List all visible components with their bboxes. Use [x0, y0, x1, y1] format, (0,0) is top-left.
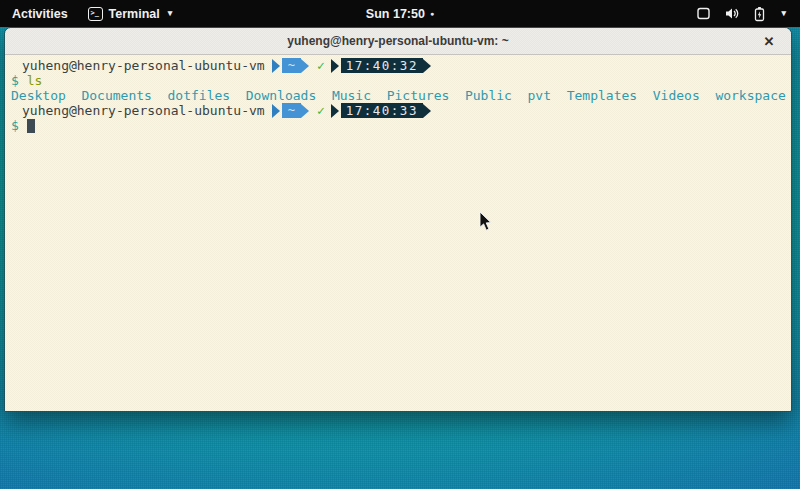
prompt-path-badge: ~ — [272, 103, 309, 118]
gnome-top-bar: Activities >_ Terminal ▾ Sun 17:50 ● ▾ — [0, 0, 800, 27]
prompt-user-host: yuheng@henry-personal-ubuntu-vm — [22, 103, 265, 118]
system-status-area[interactable]: ▾ — [690, 0, 792, 27]
directory-entry: Documents — [81, 88, 151, 103]
prompt-line-1: yuheng@henry-personal-ubuntu-vm ~ ✓ 17:4… — [7, 58, 789, 73]
close-icon[interactable]: ✕ — [757, 28, 781, 55]
prompt-path-label: ~ — [282, 103, 301, 118]
powerline-arrow-icon — [423, 104, 431, 118]
input-line[interactable]: $ — [7, 118, 789, 133]
directory-entry: workspace — [715, 88, 785, 103]
powerline-arrow-icon — [331, 59, 339, 73]
prompt-symbol: $ — [11, 118, 19, 133]
desktop: Activities >_ Terminal ▾ Sun 17:50 ● ▾ — [0, 0, 800, 489]
directory-entry: Desktop — [11, 88, 66, 103]
prompt-symbol: $ — [11, 73, 19, 88]
powerline-arrow-icon — [301, 104, 309, 118]
battery-charging-icon — [753, 6, 766, 22]
directory-entry: Downloads — [246, 88, 316, 103]
prompt-user-host: yuheng@henry-personal-ubuntu-vm — [22, 58, 265, 73]
terminal-window: yuheng@henry-personal-ubuntu-vm: ~ ✕ yuh… — [4, 27, 792, 412]
volume-icon — [724, 6, 740, 21]
directory-entry: Pictures — [387, 88, 450, 103]
activities-button[interactable]: Activities — [12, 7, 68, 21]
prompt-time-label: 17:40:32 — [341, 58, 423, 73]
clock-label: Sun 17:50 — [366, 7, 425, 21]
terminal-content[interactable]: yuheng@henry-personal-ubuntu-vm ~ ✓ 17:4… — [5, 55, 791, 412]
ls-output-line: Desktop Documents dotfiles Downloads Mus… — [7, 88, 789, 103]
window-titlebar[interactable]: yuheng@henry-personal-ubuntu-vm: ~ ✕ — [5, 28, 791, 55]
display-icon — [696, 6, 711, 21]
directory-entry: Music — [332, 88, 371, 103]
powerline-arrow-icon — [331, 104, 339, 118]
status-check-icon: ✓ — [317, 58, 325, 73]
status-check-icon: ✓ — [317, 103, 325, 118]
command-line: $ ls — [7, 73, 789, 88]
prompt-path-badge: ~ — [272, 58, 309, 73]
directory-entry: Public — [465, 88, 512, 103]
directory-entry: pvt — [528, 88, 551, 103]
powerline-arrow-icon — [423, 59, 431, 73]
prompt-time-badge: 17:40:33 — [331, 103, 431, 118]
directory-entry: dotfiles — [168, 88, 231, 103]
prompt-path-label: ~ — [282, 58, 301, 73]
powerline-arrow-icon — [272, 104, 280, 118]
app-menu-button[interactable]: >_ Terminal ▾ — [88, 7, 173, 21]
typed-command: ls — [27, 73, 43, 88]
status-chevron-down-icon: ▾ — [781, 9, 786, 18]
powerline-arrow-icon — [301, 59, 309, 73]
terminal-cursor — [27, 119, 35, 133]
clock-button[interactable]: Sun 17:50 ● — [366, 0, 434, 27]
directory-entry: Videos — [653, 88, 700, 103]
directory-entry: Templates — [567, 88, 637, 103]
prompt-time-badge: 17:40:32 — [331, 58, 431, 73]
powerline-arrow-icon — [272, 59, 280, 73]
prompt-line-2: yuheng@henry-personal-ubuntu-vm ~ ✓ 17:4… — [7, 103, 789, 118]
prompt-time-label: 17:40:33 — [341, 103, 423, 118]
terminal-app-icon: >_ — [88, 7, 103, 21]
notification-dot-icon: ● — [430, 10, 434, 17]
window-title: yuheng@henry-personal-ubuntu-vm: ~ — [287, 34, 508, 48]
app-menu-label: Terminal — [109, 7, 160, 21]
chevron-down-icon: ▾ — [168, 9, 173, 18]
